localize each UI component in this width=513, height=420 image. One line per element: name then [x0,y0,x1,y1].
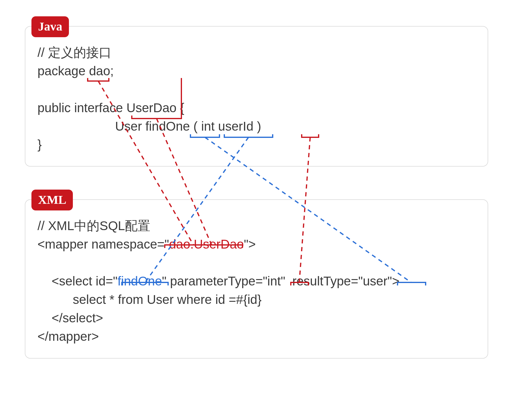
java-method-return: User [115,119,142,133]
java-package-semicolon: ; [110,64,114,78]
xml-code-block: XML // XML中的SQL配置 <mapper namespace="dao… [25,199,488,358]
xml-select-close: </select> [52,311,103,325]
xml-select-prefix: <select id=" [52,274,118,288]
java-method-param-type: int [201,119,215,133]
java-method-param-name: userId [218,119,254,133]
java-interface-name: UserDao [126,101,177,115]
java-method-indent [37,119,115,133]
xml-mapper-open-prefix: <mapper namespace=" [37,237,169,251]
xml-result-type: user [363,274,388,288]
java-package-name: dao [89,64,110,78]
xml-select-id: findOne [118,274,162,288]
xml-tag: XML [31,190,73,210]
java-brace-close: } [37,137,42,151]
java-method-name: findOne [145,119,190,133]
java-code-block: Java // 定义的接口 package dao; public interf… [25,26,488,167]
xml-comment: // XML中的SQL配置 [37,219,150,233]
java-comment: // 定义的接口 [37,45,112,60]
java-interface-open: { [177,101,184,115]
xml-param-type: int [267,274,281,288]
java-interface-prefix: public interface [37,101,126,115]
xml-mapper-close: </mapper> [37,329,99,343]
java-code: // 定义的接口 package dao; public interface U… [37,44,476,154]
xml-code: // XML中的SQL配置 <mapper namespace="dao.Use… [37,217,476,346]
diagram-container: Java // 定义的接口 package dao; public interf… [11,3,502,417]
xml-namespace: dao.UserDao [169,237,244,251]
java-package-keyword: package [37,64,89,78]
xml-mapper-open-suffix: "> [244,237,256,251]
xml-sql-body: select * from User where id =#{id} [73,292,261,307]
java-tag: Java [31,16,69,37]
